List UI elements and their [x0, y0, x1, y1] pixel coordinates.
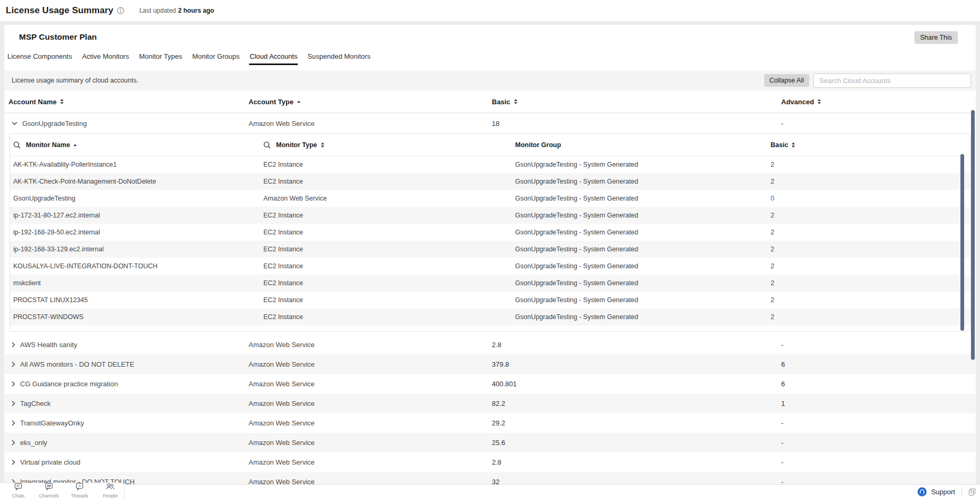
dock-item-label: People [103, 493, 117, 498]
chevron-down-icon[interactable] [12, 122, 17, 125]
account-row-expanded[interactable]: GsonUpgradeTesting Amazon Web Service 18… [4, 113, 976, 133]
page-scrollbar[interactable] [971, 110, 975, 360]
search-cloud-accounts-input[interactable] [813, 74, 971, 88]
account-advanced-cell: - [781, 120, 976, 128]
support-icon[interactable] [918, 487, 927, 496]
monitor-group-cell: GsonUpgradeTesting - System Generated [515, 229, 771, 236]
column-monitor-group[interactable]: Monitor Group [515, 141, 771, 149]
info-icon[interactable] [117, 7, 124, 14]
column-account-name[interactable]: Account Name [8, 98, 249, 106]
tab-monitor-types[interactable]: Monitor Types [139, 49, 182, 65]
monitor-row[interactable]: GsonUpgradeTestingAmazon Web ServiceGson… [10, 190, 970, 207]
account-row[interactable]: CG Guidance practice migrationAmazon Web… [4, 374, 976, 394]
share-this-button[interactable]: Share This [914, 31, 958, 44]
sort-icon[interactable] [60, 99, 63, 104]
dock-item-channels[interactable]: Channels [37, 483, 61, 498]
monitor-basic-cell: 2 [771, 262, 970, 270]
chevron-right-icon[interactable] [12, 381, 15, 387]
monitors-scrollbar[interactable] [960, 154, 964, 331]
account-row[interactable]: AWS Health sanityAmazon Web Service2.8- [4, 335, 976, 355]
monitor-name-cell: ip-172-31-80-127.ec2.internal [13, 212, 263, 219]
monitor-type-cell: EC2 Instance [263, 178, 515, 185]
monitor-row[interactable]: AK-KTK-Availablity-PollerInstance1EC2 In… [10, 156, 970, 173]
account-type-cell: Amazon Web Service [249, 360, 492, 368]
monitor-basic-cell: 2 [771, 313, 970, 321]
account-type-cell: Amazon Web Service [249, 120, 492, 128]
monitor-basic-cell: 2 [771, 246, 970, 253]
sort-icon[interactable] [792, 142, 795, 148]
monitor-group-cell: GsonUpgradeTesting - System Generated [515, 262, 771, 270]
search-icon[interactable] [13, 141, 21, 149]
account-name-cell: TransitGatewayOnky [8, 419, 249, 427]
monitor-row[interactable]: ip-192-168-28-50.ec2.internalEC2 Instanc… [10, 224, 970, 241]
column-label: Monitor Group [515, 141, 561, 149]
tab-active-monitors[interactable]: Active Monitors [81, 49, 130, 65]
account-basic-cell: 2.8 [492, 341, 781, 349]
account-name-label: AWS Health sanity [20, 341, 77, 349]
column-account-type[interactable]: Account Type [249, 98, 492, 106]
monitor-row[interactable]: ip-172-31-80-127.ec2.internalEC2 Instanc… [10, 207, 970, 224]
monitor-row[interactable]: mskclientEC2 InstanceGsonUpgradeTesting … [10, 275, 970, 292]
column-advanced[interactable]: Advanced [781, 98, 976, 106]
chevron-right-icon[interactable] [12, 342, 15, 348]
support-label[interactable]: Support [931, 488, 955, 496]
collapse-all-button[interactable]: Collapse All [764, 74, 809, 87]
monitor-row[interactable]: PROCSTAT LINUX12345EC2 InstanceGsonUpgra… [10, 292, 970, 309]
tab-license-components[interactable]: License Components [7, 49, 72, 65]
account-type-cell: Amazon Web Service [249, 400, 492, 407]
monitor-name-cell: ip-192-168-33-129.ec2.internal [13, 246, 263, 253]
monitor-type-cell: EC2 Instance [263, 313, 515, 321]
monitor-row[interactable]: PROCSTAT-WINDOWSEC2 InstanceGsonUpgradeT… [10, 309, 970, 325]
chevron-right-icon[interactable] [12, 401, 15, 406]
account-row[interactable]: TagCheckAmazon Web Service82.21 [4, 394, 976, 413]
column-label: Advanced [781, 98, 814, 106]
monitor-type-cell: EC2 Instance [263, 246, 515, 253]
chevron-right-icon[interactable] [12, 361, 15, 367]
tab-cloud-accounts[interactable]: Cloud Accounts [249, 49, 298, 65]
tab-monitor-groups[interactable]: Monitor Groups [191, 49, 240, 65]
dock-item-label: Chats [12, 493, 25, 498]
chevron-right-icon[interactable] [12, 420, 15, 426]
monitor-name-cell: KOUSALYA-LIVE-INTEGRATION-DONT-TOUCH [13, 262, 263, 270]
clipboard-icon[interactable] [968, 488, 976, 496]
account-advanced-cell: 1 [781, 400, 976, 407]
account-name-cell: GsonUpgradeTesting [8, 120, 249, 128]
dock-item-threads[interactable]: Threads [68, 483, 91, 498]
account-row[interactable]: TransitGatewayOnkyAmazon Web Service29.2… [4, 413, 976, 433]
monitor-basic-cell[interactable]: 0 [771, 195, 970, 202]
chat-dock: ChatsChannelsThreadsPeople [0, 483, 125, 499]
column-label: Monitor Name [26, 141, 70, 149]
column-monitor-type[interactable]: Monitor Type [263, 141, 515, 149]
dock-item-people[interactable]: People [98, 483, 122, 498]
sort-asc-icon[interactable] [297, 101, 300, 103]
column-basic[interactable]: Basic [492, 98, 781, 106]
chevron-right-icon[interactable] [12, 440, 15, 446]
sort-icon[interactable] [321, 142, 324, 148]
monitor-row[interactable]: ip-192-168-33-129.ec2.internalEC2 Instan… [10, 241, 970, 258]
account-row[interactable]: eks_onlyAmazon Web Service25.6- [4, 433, 976, 452]
account-row[interactable]: Virtual private cloudAmazon Web Service2… [4, 452, 976, 472]
search-icon[interactable] [263, 141, 271, 149]
account-basic-cell: 25.6 [492, 439, 781, 447]
column-label: Basic [492, 98, 510, 106]
monitor-name-cell: mskclient [13, 279, 263, 287]
monitor-row[interactable]: KOUSALYA-LIVE-INTEGRATION-DONT-TOUCHEC2 … [10, 258, 970, 275]
dock-item-chats[interactable]: Chats [6, 483, 30, 498]
monitor-type-cell: EC2 Instance [263, 212, 515, 219]
account-name-cell: AWS Health sanity [8, 341, 249, 349]
account-name-label: TagCheck [20, 400, 51, 407]
sort-icon[interactable] [514, 99, 517, 104]
column-monitor-basic[interactable]: Basic [771, 141, 970, 149]
chevron-right-icon[interactable] [12, 459, 15, 465]
monitors-table-body: AK-KTK-Availablity-PollerInstance1EC2 In… [10, 156, 970, 325]
sort-icon[interactable] [818, 99, 821, 104]
tab-suspended-monitors[interactable]: Suspended Monitors [307, 49, 371, 65]
account-advanced-cell: - [781, 458, 976, 466]
sort-asc-icon[interactable] [74, 144, 77, 146]
monitor-group-cell: GsonUpgradeTesting - System Generated [515, 161, 771, 168]
dock-item-label: Threads [71, 493, 88, 498]
column-monitor-name[interactable]: Monitor Name [13, 141, 263, 149]
monitor-name-cell: ip-192-168-28-50.ec2.internal [13, 229, 263, 236]
account-row[interactable]: All AWS monitors - DO NOT DELETEAmazon W… [4, 355, 976, 374]
monitor-row[interactable]: AK-KTK-Check-Point-Management-DoNotDelet… [10, 173, 970, 190]
